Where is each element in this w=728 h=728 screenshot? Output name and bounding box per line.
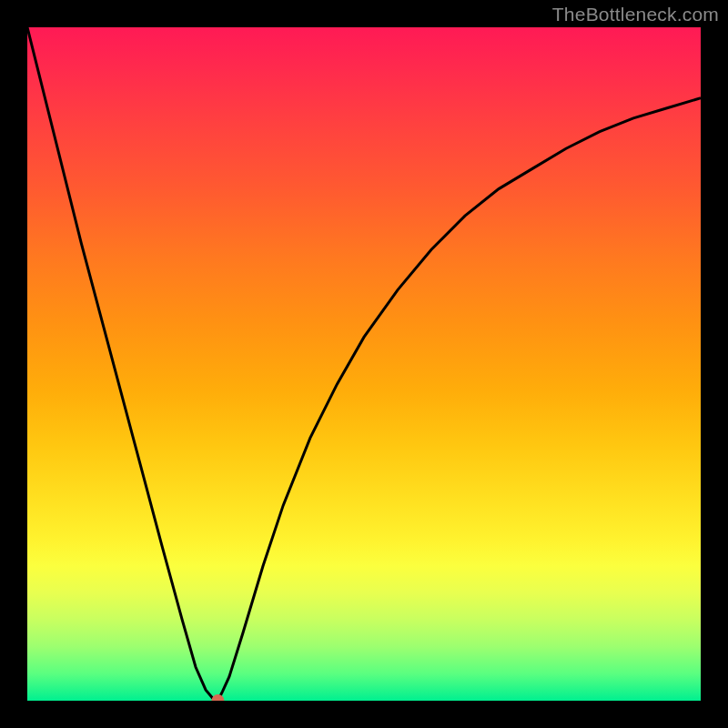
- bottleneck-curve: [27, 27, 701, 701]
- watermark-text: TheBottleneck.com: [552, 4, 719, 25]
- curve-layer: [27, 27, 701, 701]
- optimum-marker: [211, 694, 224, 701]
- plot-area: [27, 27, 701, 701]
- chart-frame: TheBottleneck.com: [0, 0, 728, 728]
